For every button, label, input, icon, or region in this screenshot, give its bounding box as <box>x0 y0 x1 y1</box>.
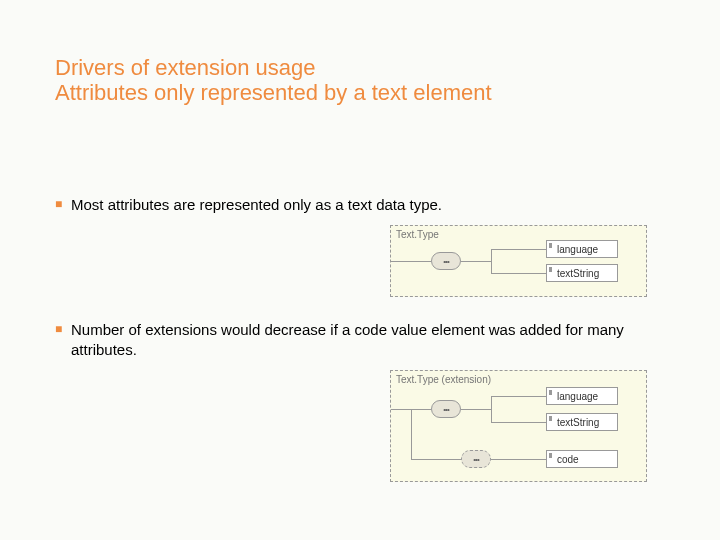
connector-line <box>391 261 431 262</box>
bullet-1: ■ Most attributes are represented only a… <box>55 195 631 215</box>
connector-line <box>491 249 546 250</box>
bullet-2: ■ Number of extensions would decrease if… <box>55 320 631 359</box>
bullet-1-text: Most attributes are represented only as … <box>71 196 442 213</box>
sequence-icon: ••• <box>461 450 491 468</box>
bullet-marker-icon: ■ <box>55 197 62 213</box>
connector-line <box>491 459 546 460</box>
sequence-icon: ••• <box>431 400 461 418</box>
connector-line <box>391 409 411 410</box>
connector-line <box>411 459 461 460</box>
sequence-icon: ••• <box>431 252 461 270</box>
title-line-1: Drivers of extension usage <box>55 55 665 80</box>
element-language: language <box>546 387 618 405</box>
diagram-1-label: Text.Type <box>391 226 646 240</box>
connector-line <box>491 273 546 274</box>
connector-line <box>461 409 491 410</box>
connector-line <box>491 249 492 273</box>
connector-line <box>491 396 492 422</box>
element-code: code <box>546 450 618 468</box>
bullet-2-text: Number of extensions would decrease if a… <box>71 321 624 358</box>
connector-line <box>411 409 412 459</box>
slide-title: Drivers of extension usage Attributes on… <box>55 55 665 106</box>
element-textstring: textString <box>546 264 618 282</box>
connector-line <box>461 261 491 262</box>
diagram-text-type-extension: Text.Type (extension) ••• language textS… <box>390 370 647 482</box>
diagram-2-label: Text.Type (extension) <box>391 371 646 385</box>
element-textstring: textString <box>546 413 618 431</box>
slide: Drivers of extension usage Attributes on… <box>0 0 720 540</box>
element-language: language <box>546 240 618 258</box>
connector-line <box>491 422 546 423</box>
title-line-2: Attributes only represented by a text el… <box>55 80 665 105</box>
diagram-text-type: Text.Type ••• language textString <box>390 225 647 297</box>
connector-line <box>411 409 431 410</box>
bullet-marker-icon: ■ <box>55 322 62 338</box>
connector-line <box>491 396 546 397</box>
